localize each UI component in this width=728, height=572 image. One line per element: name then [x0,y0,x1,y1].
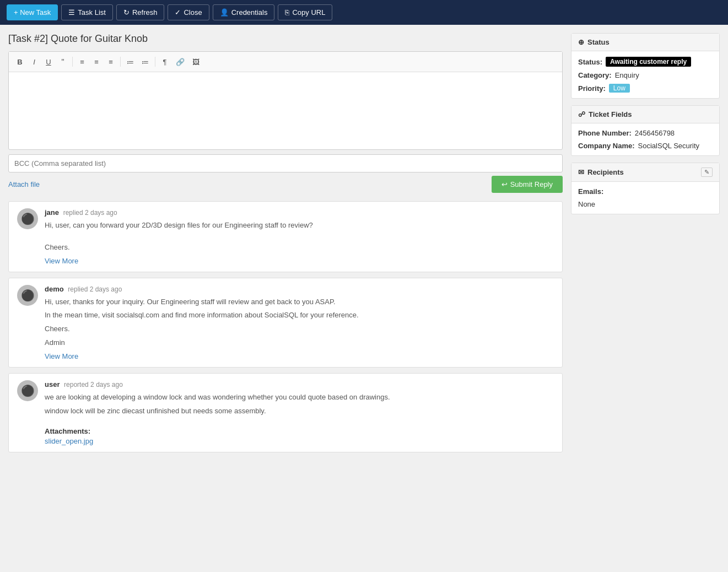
attachments-section: Attachments: slider_open.jpg [45,427,554,445]
avatar-user: ⚫ [17,380,38,401]
phone-value: 2456456798 [635,129,675,137]
user-silhouette-icon-3: ⚫ [21,384,35,397]
reply-meta-demo: replied 2 days ago [68,285,122,293]
reply-text-demo-3: Cheers. [45,323,554,335]
list-icon: ☰ [68,8,75,17]
reply-text-demo-4: Admin [45,337,554,349]
attachments-label: Attachments: [45,427,554,435]
right-panel: ⊕ Status Status: Awaiting customer reply… [571,33,720,458]
recipients-body: Emails: None [571,182,719,214]
attach-file-link[interactable]: Attach file [8,180,40,188]
category-label: Category: [578,71,612,79]
left-panel: [Task #2] Quote for Guitar Knob B I U " … [8,33,563,458]
credentials-button[interactable]: 👤 Credentials [213,4,275,20]
italic-button[interactable]: I [28,55,41,68]
priority-row: Priority: Low [578,84,713,93]
reply-username-user: user [45,380,60,388]
person-icon: 👤 [220,8,229,17]
align-right-button[interactable]: ≡ [104,55,117,68]
avatar-demo: ⚫ [17,285,38,306]
user-silhouette-icon-2: ⚫ [21,289,35,302]
reply-text-user-2: window lock will be zinc diecast unfinis… [45,406,554,417]
reply-editor[interactable] [9,72,562,149]
reply-meta-jane: replied 2 days ago [63,209,117,217]
reply-text-jane-2: Cheers. [45,242,554,253]
company-label: Company Name: [578,142,635,150]
company-value: SocialSQL Security [638,142,700,150]
recipients-card: ✉ Recipients ✎ Emails: None [571,163,720,214]
reply-content-demo: demo replied 2 days ago Hi, user, thanks… [45,285,554,360]
image-button[interactable]: 🖼 [189,55,203,68]
submit-reply-button[interactable]: ↩ Submit Reply [492,176,563,193]
new-task-button[interactable]: + New Task [7,4,58,20]
status-card-header: ⊕ Status [571,34,719,51]
edit-recipients-button[interactable]: ✎ [701,168,713,177]
reply-card-jane: ⚫ jane replied 2 days ago Hi, user, can … [8,201,563,272]
category-value: Enquiry [615,71,639,79]
ticket-fields-card: ☍ Ticket Fields Phone Number: 2456456798… [571,105,720,156]
underline-button[interactable]: U [42,55,55,68]
view-more-jane[interactable]: View More [45,257,554,265]
emails-row: Emails: [578,187,713,196]
status-card-body: Status: Awaiting customer reply Category… [571,51,719,98]
ticket-icon: ☍ [578,110,585,118]
toolbar-divider-2 [120,57,121,67]
reply-text-demo-1: Hi, user, thanks for your inquiry. Our E… [45,296,554,308]
priority-badge: Low [609,84,630,93]
phone-label: Phone Number: [578,129,632,137]
emails-value-row: None [578,200,713,208]
phone-row: Phone Number: 2456456798 [578,129,713,137]
reply-card-user: ⚫ user reported 2 days ago we are lookin… [8,373,563,453]
reply-content-user: user reported 2 days ago we are looking … [45,380,554,446]
check-icon: ✓ [175,8,181,17]
user-silhouette-icon: ⚫ [21,212,35,225]
task-list-button[interactable]: ☰ Task List [61,4,113,20]
ordered-list-button[interactable]: ≔ [138,55,152,68]
reply-text-user-1: we are looking at developing a window lo… [45,392,554,403]
link-button[interactable]: 🔗 [172,55,188,68]
status-card: ⊕ Status Status: Awaiting customer reply… [571,33,720,99]
status-label: Status: [578,58,602,66]
reply-header-user: user reported 2 days ago [45,380,554,388]
reply-card-demo: ⚫ demo replied 2 days ago Hi, user, than… [8,278,563,368]
align-center-button[interactable]: ≡ [90,55,103,68]
toolbar-divider-3 [155,57,155,67]
emails-label: Emails: [578,187,603,196]
page-title: [Task #2] Quote for Guitar Knob [8,33,563,45]
bold-button[interactable]: B [13,55,26,68]
ticket-fields-header: ☍ Ticket Fields [571,106,719,123]
reply-header-demo: demo replied 2 days ago [45,285,554,293]
toolbar-divider-1 [72,57,73,67]
blockquote-button[interactable]: " [56,55,69,68]
reply-text-demo-2: In the mean time, visit socialsql.com an… [45,310,554,321]
editor-toolbar: B I U " ≡ ≡ ≡ ≔ ≔ ¶ 🔗 🖼 [9,52,562,72]
reply-username-jane: jane [45,208,59,217]
company-row: Company Name: SocialSQL Security [578,142,713,150]
reply-username-demo: demo [45,285,64,293]
recipients-header: ✉ Recipients ✎ [571,163,719,182]
envelope-icon: ✉ [578,168,584,176]
view-more-demo[interactable]: View More [45,352,554,360]
emails-value: None [578,200,595,208]
refresh-button[interactable]: ↻ Refresh [116,4,165,20]
bcc-input[interactable] [8,154,563,172]
status-badge: Awaiting customer reply [606,57,691,67]
info-icon: ⊕ [578,38,584,46]
align-left-button[interactable]: ≡ [76,55,89,68]
paragraph-button[interactable]: ¶ [158,55,171,68]
avatar-jane: ⚫ [17,208,38,229]
reply-meta-user: reported 2 days ago [64,381,123,388]
main-wrapper: [Task #2] Quote for Guitar Knob B I U " … [0,25,728,466]
attachment-link[interactable]: slider_open.jpg [45,437,93,445]
refresh-icon: ↻ [123,8,130,17]
close-button[interactable]: ✓ Close [168,4,209,20]
status-row: Status: Awaiting customer reply [578,57,713,67]
priority-label: Priority: [578,84,606,93]
editor-card: B I U " ≡ ≡ ≡ ≔ ≔ ¶ 🔗 🖼 [8,51,563,150]
reply-icon: ↩ [501,180,508,188]
attach-row: Attach file ↩ Submit Reply [8,176,563,193]
copy-icon: ⎘ [285,8,289,17]
ticket-fields-body: Phone Number: 2456456798 Company Name: S… [571,123,719,155]
copy-url-button[interactable]: ⎘ Copy URL [278,4,332,20]
unordered-list-button[interactable]: ≔ [123,55,137,68]
